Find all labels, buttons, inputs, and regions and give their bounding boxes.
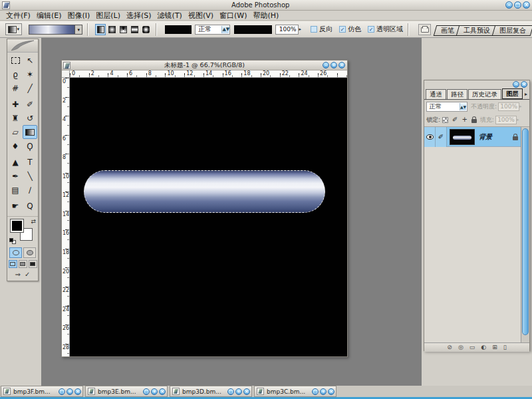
menu-item-image[interactable]: 图像(I) — [67, 11, 90, 21]
restore-button[interactable]: □ — [514, 1, 521, 9]
minimize-button[interactable]: – — [505, 1, 513, 9]
menu-item-select[interactable]: 选择(S) — [126, 11, 152, 21]
panel-tab-channels[interactable]: 通道 — [426, 89, 446, 99]
taskbar-window-bmp3C[interactable]: bmp3C.bm...□+× — [254, 386, 336, 397]
opacity-field[interactable]: 100% — [275, 25, 298, 35]
gradient-reflected-button[interactable] — [129, 24, 140, 35]
palette-close-button[interactable]: × — [521, 81, 527, 88]
layers-opacity-field[interactable]: 100% — [498, 102, 519, 111]
scrollbar-thumb[interactable] — [522, 128, 529, 335]
layer-row-background[interactable]: ✐ 背景 — [424, 127, 521, 147]
gradient-linear-button[interactable] — [95, 24, 106, 35]
imageready-check-icon[interactable]: ✓ — [25, 271, 30, 278]
gradient-angle-button[interactable] — [118, 24, 128, 35]
gradient-diamond-button[interactable] — [140, 24, 151, 35]
lock-all-icon[interactable] — [471, 119, 477, 123]
panel-tab-history[interactable]: 历史记录 — [468, 89, 501, 99]
pen-tool[interactable]: ✒ — [8, 169, 23, 183]
taskbar-maximize-button[interactable]: + — [235, 388, 242, 395]
taskbar-close-button[interactable]: × — [74, 388, 81, 395]
standard-screen-button[interactable] — [9, 260, 17, 268]
add-layer-mask-icon[interactable]: ◎ — [458, 344, 464, 350]
hand-tool[interactable]: ☛ — [8, 199, 23, 213]
menu-item-edit[interactable]: 编辑(E) — [37, 11, 62, 21]
taskbar-restore-button[interactable]: □ — [143, 388, 150, 395]
default-colors-icon[interactable] — [9, 238, 16, 244]
notes-tool[interactable]: ▤ — [8, 183, 23, 197]
taskbar-maximize-button[interactable]: + — [320, 388, 327, 395]
panel-tab-layers[interactable]: 图层 — [502, 88, 523, 99]
fullscreen-menubar-button[interactable] — [19, 260, 27, 268]
dither-checkbox[interactable]: ✓仿色 — [339, 25, 361, 34]
swap-colors-icon[interactable]: ⇄ — [31, 218, 36, 225]
taskbar-window-bmp3D[interactable]: bmp3D.bm...□+× — [170, 386, 252, 397]
menu-item-window[interactable]: 窗口(W) — [219, 11, 247, 21]
line-tool[interactable]: ╲ — [23, 169, 37, 183]
transparency-checkbox[interactable]: ✓透明区域 — [368, 25, 403, 34]
panel-tab-paths[interactable]: 路径 — [447, 89, 467, 99]
taskbar-maximize-button[interactable]: + — [151, 388, 158, 395]
zoom-tool[interactable]: Q — [23, 199, 37, 213]
visibility-eye-icon[interactable] — [426, 134, 434, 140]
taskbar-close-button[interactable]: × — [328, 388, 334, 395]
type-tool[interactable]: T — [23, 155, 37, 169]
brush-tool[interactable]: ✐ — [23, 97, 37, 111]
palette-well-tab-layer-comps[interactable]: 图层复合 — [492, 25, 532, 36]
gradient-tool[interactable] — [23, 125, 37, 139]
gradient-radial-button[interactable] — [106, 24, 117, 35]
menu-item-help[interactable]: 帮助(H) — [253, 11, 279, 21]
menu-item-view[interactable]: 视图(V) — [188, 11, 213, 21]
rectangular-marquee-tool[interactable] — [8, 53, 23, 67]
reverse-checkbox[interactable]: 反向 — [311, 25, 332, 34]
standard-mode-button[interactable] — [9, 247, 22, 258]
taskbar-close-button[interactable]: × — [243, 388, 250, 395]
taskbar-close-button[interactable]: × — [159, 388, 166, 395]
taskbar-window-bmp3E[interactable]: bmp3E.bm...□+× — [85, 386, 168, 397]
history-brush-tool[interactable]: ↺ — [23, 111, 37, 125]
fullscreen-button[interactable] — [29, 260, 37, 268]
lock-paint-icon[interactable]: ✐ — [452, 116, 458, 123]
file-browser-button[interactable] — [418, 24, 431, 35]
opacity-arrow-icon[interactable]: ▸ — [299, 27, 302, 32]
document-title-bar[interactable]: 未标题-1 @ 66.7%(RGB/8) – + × — [62, 61, 347, 70]
gradient-preview[interactable] — [29, 25, 75, 35]
gradient-picker-arrow[interactable]: ▾ — [75, 25, 82, 35]
toolbox-header[interactable] — [7, 39, 38, 53]
quick-mask-mode-button[interactable] — [23, 247, 36, 258]
add-layer-style-icon[interactable]: ⊘ — [447, 344, 452, 350]
lasso-tool[interactable]: ϱ — [8, 67, 23, 81]
eraser-tool[interactable]: ▱ — [8, 125, 23, 139]
dodge-tool[interactable]: Ϙ — [23, 139, 37, 153]
panel-scrollbar[interactable] — [521, 127, 529, 342]
taskbar-maximize-button[interactable]: + — [66, 388, 73, 395]
move-tool[interactable]: ↖ — [23, 53, 37, 67]
healing-brush-tool[interactable]: ✚ — [8, 97, 23, 111]
crop-tool[interactable]: # — [8, 81, 23, 95]
menu-item-layer[interactable]: 图层(L) — [96, 11, 120, 21]
menu-item-file[interactable]: 文件(F) — [6, 11, 31, 21]
lock-position-icon[interactable]: + — [462, 116, 467, 123]
blur-tool[interactable]: ♦ — [8, 139, 23, 153]
edit-in-imageready-icon[interactable]: ⇒ — [15, 271, 21, 278]
new-group-icon[interactable]: ▭ — [469, 344, 475, 350]
taskbar-restore-button[interactable]: □ — [227, 388, 234, 395]
new-adjustment-layer-icon[interactable]: ◐ — [481, 344, 486, 350]
panel-menu-arrow-icon[interactable]: ▸ — [525, 91, 527, 97]
canvas[interactable] — [70, 78, 347, 356]
taskbar-window-bmp3F[interactable]: bmp3F.bm...□+× — [1, 386, 83, 397]
menu-item-filter[interactable]: 滤镜(T) — [158, 11, 182, 21]
clone-stamp-tool[interactable]: ♜ — [8, 111, 23, 125]
layers-fill-field[interactable]: 100% — [495, 116, 517, 124]
magic-wand-tool[interactable]: ✶ — [23, 67, 37, 81]
palette-well-tab-tool-presets[interactable]: 工具预设 — [456, 25, 498, 36]
lock-transparency-icon[interactable] — [442, 117, 448, 123]
foreground-color-swatch[interactable] — [11, 219, 23, 232]
layer-thumbnail[interactable] — [450, 129, 475, 145]
close-button[interactable]: × — [523, 1, 530, 9]
slice-tool[interactable]: ╱ — [23, 81, 37, 95]
eyedropper-tool[interactable]: ∕ — [23, 183, 37, 197]
gradient-tool-preset-button[interactable]: ▾ — [5, 23, 22, 35]
blend-mode-select[interactable]: 正常 ▲▼ — [195, 25, 230, 35]
layers-blend-mode-select[interactable]: 正常 ▲▼ — [426, 102, 467, 112]
delete-layer-icon[interactable]: ▯ — [503, 344, 507, 350]
